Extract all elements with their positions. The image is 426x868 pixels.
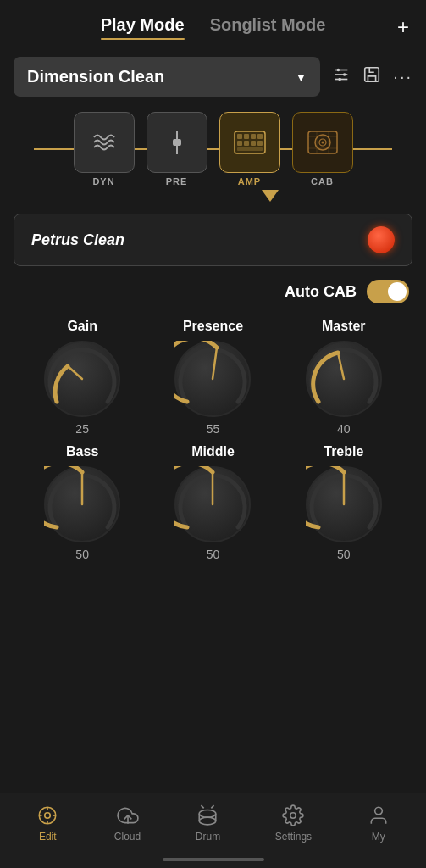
- treble-label: Treble: [324, 444, 363, 459]
- presence-label: Presence: [183, 319, 243, 334]
- nav-item-drum[interactable]: Drum: [196, 804, 220, 843]
- presence-knob[interactable]: [174, 341, 251, 417]
- signal-chain: DYN PRE: [8, 112, 418, 186]
- gain-knob[interactable]: [44, 341, 120, 417]
- svg-point-46: [290, 813, 296, 819]
- auto-cab-row: Auto CAB: [0, 266, 426, 310]
- svg-rect-8: [173, 139, 181, 146]
- svg-rect-10: [237, 134, 242, 139]
- tab-play[interactable]: Play Mode: [101, 15, 185, 40]
- add-button[interactable]: +: [397, 15, 409, 39]
- preset-selector[interactable]: Dimension Clean ▼: [14, 57, 320, 97]
- bass-knob[interactable]: [44, 466, 120, 542]
- bass-value: 50: [75, 548, 89, 561]
- svg-rect-16: [251, 141, 256, 146]
- dyn-label: DYN: [92, 176, 114, 186]
- cab-box[interactable]: [292, 112, 353, 173]
- svg-line-45: [212, 805, 214, 808]
- treble-knob[interactable]: [306, 466, 382, 542]
- chain-node-amp[interactable]: AMP: [219, 112, 280, 186]
- settings-icon: [281, 804, 305, 827]
- amp-power-button[interactable]: [368, 226, 395, 253]
- pre-label: PRE: [166, 176, 188, 186]
- svg-rect-15: [244, 141, 249, 146]
- gain-label: Gain: [67, 319, 97, 334]
- svg-rect-14: [237, 141, 242, 146]
- chain-node-cab[interactable]: CAB: [292, 112, 353, 186]
- svg-line-44: [202, 805, 204, 808]
- middle-knob[interactable]: [174, 466, 251, 542]
- master-value: 40: [337, 422, 351, 436]
- drum-label: Drum: [196, 831, 220, 843]
- gain-value: 25: [75, 422, 89, 436]
- bass-label: Bass: [66, 444, 98, 459]
- amp-model: Clean: [83, 231, 124, 248]
- chain-node-pre[interactable]: PRE: [147, 112, 207, 186]
- knob-treble: Treble 50: [289, 444, 399, 561]
- cloud-label: Cloud: [114, 831, 141, 843]
- svg-line-29: [338, 353, 344, 379]
- knob-master: Master 40: [289, 319, 399, 436]
- amp-display-name: Petrus Clean: [31, 231, 124, 249]
- middle-label: Middle: [191, 444, 235, 459]
- save-icon[interactable]: [362, 65, 381, 88]
- edit-icon: [36, 804, 59, 827]
- amp-label: AMP: [238, 176, 261, 186]
- svg-point-34: [45, 813, 51, 819]
- treble-value: 50: [337, 548, 351, 561]
- dyn-box[interactable]: [74, 112, 135, 173]
- tab-group: Play Mode Songlist Mode: [101, 15, 326, 40]
- svg-point-3: [337, 69, 340, 72]
- svg-rect-18: [237, 147, 263, 151]
- svg-point-43: [200, 817, 217, 825]
- chain-nodes: DYN PRE: [74, 112, 353, 186]
- svg-rect-6: [365, 68, 379, 82]
- svg-point-22: [321, 142, 324, 144]
- cloud-icon: [116, 804, 140, 827]
- tune-icon[interactable]: [332, 65, 351, 88]
- auto-cab-toggle[interactable]: [367, 280, 409, 303]
- middle-value: 50: [207, 548, 220, 561]
- svg-point-5: [339, 78, 342, 81]
- home-indicator: [163, 858, 264, 861]
- my-label: My: [372, 831, 385, 843]
- edit-label: Edit: [39, 831, 57, 843]
- amp-pointer: [0, 190, 426, 202]
- user-icon: [367, 804, 390, 827]
- knobs-row-2: Bass 50 Middle: [17, 444, 409, 561]
- knob-gain: Gain 25: [27, 319, 137, 436]
- knob-presence: Presence 55: [158, 319, 268, 436]
- cab-label: CAB: [311, 176, 334, 186]
- svg-rect-13: [257, 134, 263, 139]
- master-knob[interactable]: [306, 341, 382, 417]
- preset-bar: Dimension Clean ▼ ···: [14, 57, 412, 97]
- chain-node-dyn[interactable]: DYN: [74, 112, 135, 186]
- svg-line-27: [68, 366, 82, 379]
- nav-item-my[interactable]: My: [367, 804, 390, 843]
- preset-dropdown-arrow: ▼: [295, 70, 307, 84]
- svg-rect-17: [257, 141, 263, 146]
- tab-songlist[interactable]: Songlist Mode: [210, 15, 326, 40]
- amp-box[interactable]: [219, 112, 280, 173]
- pre-box[interactable]: [147, 112, 207, 173]
- knob-middle: Middle 50: [158, 444, 268, 561]
- auto-cab-label: Auto CAB: [285, 283, 357, 301]
- amp-panel: Petrus Clean: [14, 214, 412, 266]
- toggle-knob: [388, 282, 407, 301]
- svg-rect-12: [251, 134, 256, 139]
- nav-item-edit[interactable]: Edit: [36, 804, 59, 843]
- header: Play Mode Songlist Mode +: [0, 0, 426, 40]
- amp-selected-indicator: [262, 190, 279, 202]
- svg-rect-11: [244, 134, 249, 139]
- nav-item-settings[interactable]: Settings: [275, 804, 312, 843]
- svg-line-28: [213, 348, 217, 379]
- knobs-row-1: Gain 25 Presence: [17, 319, 409, 436]
- bottom-nav: Edit Cloud Drum: [0, 793, 426, 868]
- svg-point-40: [200, 810, 217, 818]
- knob-bass: Bass 50: [27, 444, 137, 561]
- knobs-section: Gain 25 Presence: [0, 310, 426, 561]
- nav-item-cloud[interactable]: Cloud: [114, 804, 141, 843]
- amp-brand: Petrus: [31, 231, 79, 248]
- preset-name: Dimension Clean: [27, 67, 164, 86]
- more-options-icon[interactable]: ···: [393, 67, 412, 86]
